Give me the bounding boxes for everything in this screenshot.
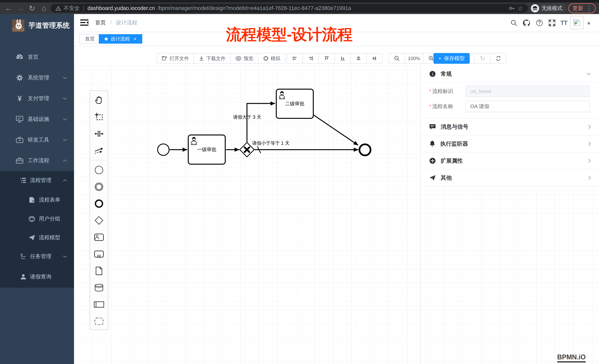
tab-design-process[interactable]: 设计流程 × (99, 34, 142, 44)
tab-close-icon[interactable]: × (133, 36, 136, 42)
align-center-vertical-icon (356, 56, 361, 61)
app-logo-row[interactable]: 芋道管理系统 (0, 16, 74, 35)
user-task-person-icon (278, 91, 286, 99)
urlbar-divider (83, 6, 84, 11)
sidebar-item-payment[interactable]: ¥ 支付管理 (0, 88, 74, 109)
section-title: 其他 (441, 174, 452, 182)
help-icon[interactable] (534, 18, 545, 28)
create-gateway[interactable] (90, 212, 107, 229)
align-right-button[interactable] (303, 53, 319, 64)
hand-tool[interactable] (90, 92, 107, 109)
redo-button[interactable]: ↻ (475, 53, 491, 64)
password-key-icon[interactable] (509, 6, 515, 11)
create-participant[interactable] (90, 296, 107, 313)
create-user-task[interactable] (90, 229, 107, 245)
panel-section-listeners[interactable]: 执行监听器 (421, 135, 599, 152)
avatar[interactable] (570, 16, 583, 29)
create-end-event[interactable] (90, 195, 107, 212)
sidebar-collapse-icon[interactable] (80, 19, 88, 26)
process-name-input[interactable] (466, 101, 590, 112)
flow-condition-label[interactable]: 请假小于等于 1 天 (249, 140, 293, 146)
flow-gateway-to-task2[interactable] (247, 103, 275, 142)
sidebar-item-process-form[interactable]: 流程表单 (0, 191, 74, 209)
browser-tab-strip (0, 0, 599, 2)
flow-branch-icon (19, 253, 27, 260)
space-tool[interactable] (90, 125, 107, 142)
global-connect-tool[interactable] (90, 142, 107, 159)
monitor-icon (15, 116, 24, 122)
browser-reload-button[interactable]: ↻ (27, 3, 37, 13)
create-subprocess[interactable] (90, 245, 107, 262)
sidebar-item-label: 基础设施 (28, 116, 49, 123)
flow-condition-label[interactable]: 请假大于 3 天 (229, 114, 266, 120)
lasso-tool[interactable] (90, 109, 107, 125)
create-data-object[interactable] (90, 262, 107, 279)
sidebar-item-leave-query[interactable]: 请假查询 (0, 267, 74, 286)
font-size-icon[interactable]: TT (559, 18, 569, 28)
sidebar-item-task-mgmt[interactable]: 任务管理 (0, 247, 74, 266)
bell-icon (429, 140, 435, 147)
sidebar-item-user-group[interactable]: 用户分组 (0, 209, 74, 228)
align-left-button[interactable] (287, 53, 303, 64)
bookmark-star-icon[interactable]: ☆ (518, 5, 523, 12)
gateway-icon (94, 215, 104, 225)
create-group[interactable] (90, 313, 107, 330)
bpmn-start-event[interactable] (158, 144, 169, 155)
browser-update-button[interactable]: 更新 ⋮ (568, 3, 596, 13)
button-label: 打开文件 (170, 55, 189, 62)
participant-icon (94, 301, 104, 308)
sidebar-item-workflow[interactable]: 工作流程 (0, 150, 74, 171)
incognito-badge[interactable]: 无痕模式 (530, 3, 566, 13)
button-label: 下载文件 (206, 55, 226, 62)
panel-section-general[interactable]: i 常规 (421, 66, 599, 83)
breadcrumb-home[interactable]: 首页 (95, 14, 106, 31)
sidebar-item-process-mgmt[interactable]: 流程管理 (0, 171, 74, 190)
align-center-vertical-button[interactable] (350, 53, 367, 64)
align-bottom-button[interactable] (335, 53, 351, 64)
simulate-button[interactable]: 模拟 (258, 53, 285, 64)
preview-button[interactable]: 预览 (230, 53, 258, 64)
chevron-right-icon (588, 159, 591, 163)
lasso-icon (95, 112, 103, 121)
document-edit-icon (28, 197, 36, 203)
align-center-horizontal-button[interactable] (366, 53, 383, 64)
save-model-button[interactable]: + 保存模型 (433, 53, 470, 64)
sidebar-item-home[interactable]: 首页 (0, 47, 74, 68)
sidebar-item-infra[interactable]: 基础设施 (0, 109, 74, 129)
panel-section-extended[interactable]: 扩展属性 (421, 152, 599, 169)
avatar-caret-icon[interactable]: ▾ (588, 20, 590, 26)
sidebar-item-system[interactable]: 系统管理 (0, 68, 74, 88)
fullscreen-icon[interactable] (547, 18, 557, 28)
download-file-button[interactable]: 下载文件 (194, 53, 231, 64)
browser-menu-icon[interactable]: ⋮ (586, 5, 592, 12)
button-label: 模拟 (271, 55, 280, 62)
github-icon[interactable] (521, 18, 532, 28)
sidebar-item-process-model[interactable]: 流程模型 (0, 228, 74, 247)
browser-forward-button[interactable]: → (15, 3, 25, 13)
search-icon[interactable] (509, 18, 519, 28)
zoom-in-icon (428, 56, 434, 61)
bpmn-user-task-level1[interactable]: 一级审批 (188, 135, 226, 165)
tab-home[interactable]: 首页 (79, 34, 101, 44)
align-top-button[interactable] (318, 53, 335, 64)
bpmn-end-event[interactable] (360, 144, 370, 155)
create-start-event[interactable] (90, 161, 107, 178)
panel-section-other[interactable]: 其他 (421, 169, 599, 186)
browser-chrome: ← → ↻ ⌂ 不安全 dashboard.yudao.iocoder.cn/b… (0, 0, 599, 14)
bpmn-user-task-level2[interactable]: 二级审批 (276, 89, 314, 119)
create-data-store[interactable] (90, 279, 107, 296)
panel-section-messages[interactable]: 消息与信号 (421, 119, 599, 135)
restart-button[interactable] (490, 53, 506, 64)
zoom-out-button[interactable] (388, 53, 405, 64)
sidebar: 芋道管理系统 首页 系统管理 ¥ 支付管理 基础设施 研发工具 (0, 14, 74, 364)
sidebar-item-devtools[interactable]: 研发工具 (0, 129, 74, 150)
zoom-level: 100% (405, 53, 423, 64)
panel-general-body: *流程标识 *流程名称 (421, 83, 599, 119)
field-process-key: *流程标识 (429, 85, 590, 97)
create-intermediate-event[interactable] (90, 178, 107, 195)
browser-home-button[interactable]: ⌂ (39, 3, 49, 13)
browser-address-bar[interactable]: 不安全 dashboard.yudao.iocoder.cn/bpm/manag… (51, 4, 528, 13)
open-file-button[interactable]: 打开文件 (157, 53, 194, 64)
flow-task2-to-end[interactable] (314, 115, 358, 145)
browser-back-button[interactable]: ← (3, 3, 13, 13)
